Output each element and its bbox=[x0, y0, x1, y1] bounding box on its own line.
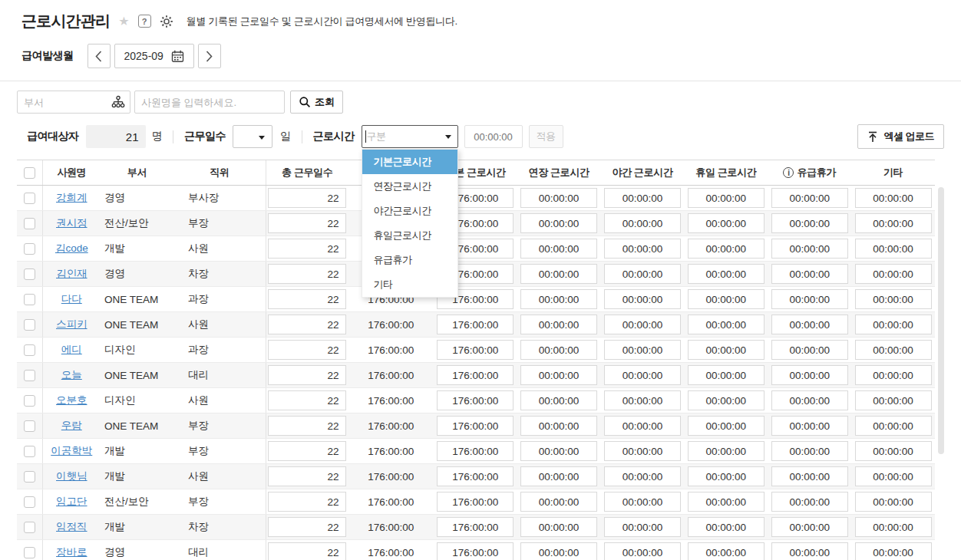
row-checkbox[interactable] bbox=[24, 193, 35, 204]
basic-worktime-input[interactable]: 176:00:00 bbox=[437, 390, 514, 410]
holiday-worktime-input[interactable]: 00:00:00 bbox=[688, 340, 765, 360]
workdays-select[interactable] bbox=[233, 125, 272, 148]
paid-leave-input[interactable]: 00:00:00 bbox=[771, 289, 848, 309]
org-chart-icon[interactable] bbox=[111, 95, 125, 111]
overtime-input[interactable]: 00:00:00 bbox=[520, 441, 597, 461]
basic-worktime-input[interactable]: 176:00:00 bbox=[437, 416, 514, 436]
dropdown-option[interactable]: 휴일근로시간 bbox=[362, 223, 457, 248]
paid-leave-input[interactable]: 00:00:00 bbox=[771, 441, 848, 461]
total-work-days-input[interactable]: 22 bbox=[268, 213, 346, 233]
employee-name-link[interactable]: 이햇님 bbox=[56, 470, 88, 482]
paid-leave-input[interactable]: 00:00:00 bbox=[771, 365, 848, 385]
basic-worktime-input[interactable]: 176:00:00 bbox=[437, 315, 514, 334]
night-worktime-input[interactable]: 00:00:00 bbox=[604, 365, 681, 385]
total-work-days-input[interactable]: 22 bbox=[268, 466, 346, 486]
overtime-input[interactable]: 00:00:00 bbox=[520, 239, 597, 259]
employee-name-link[interactable]: 권시정 bbox=[56, 217, 88, 229]
dropdown-option[interactable]: 연장근로시간 bbox=[362, 174, 457, 199]
holiday-worktime-input[interactable]: 00:00:00 bbox=[688, 188, 765, 208]
holiday-worktime-input[interactable]: 00:00:00 bbox=[688, 365, 765, 385]
employee-name-link[interactable]: 우람 bbox=[61, 420, 82, 431]
employee-name-link[interactable]: 다다 bbox=[61, 293, 82, 305]
night-worktime-input[interactable]: 00:00:00 bbox=[604, 390, 681, 410]
row-checkbox[interactable] bbox=[24, 294, 35, 305]
dropdown-option[interactable]: 유급휴가 bbox=[362, 248, 457, 272]
night-worktime-input[interactable]: 00:00:00 bbox=[604, 517, 681, 537]
basic-worktime-input[interactable]: 176:00:00 bbox=[437, 340, 514, 360]
favorite-star-icon[interactable]: ★ bbox=[118, 15, 129, 28]
night-worktime-input[interactable]: 00:00:00 bbox=[604, 315, 681, 334]
basic-worktime-input[interactable]: 176:00:00 bbox=[437, 542, 514, 560]
basic-worktime-input[interactable]: 176:00:00 bbox=[437, 466, 514, 486]
search-button[interactable]: 조회 bbox=[290, 91, 343, 114]
next-month-button[interactable] bbox=[198, 44, 221, 68]
row-checkbox[interactable] bbox=[24, 496, 35, 508]
etc-worktime-input[interactable]: 00:00:00 bbox=[855, 213, 932, 233]
holiday-worktime-input[interactable]: 00:00:00 bbox=[688, 264, 765, 284]
night-worktime-input[interactable]: 00:00:00 bbox=[604, 441, 681, 461]
vertical-scrollbar[interactable] bbox=[938, 187, 944, 454]
overtime-input[interactable]: 00:00:00 bbox=[520, 188, 597, 208]
total-work-days-input[interactable]: 22 bbox=[268, 340, 346, 360]
total-work-days-input[interactable]: 22 bbox=[268, 542, 346, 560]
dropdown-option[interactable]: 야간근로시간 bbox=[362, 199, 457, 223]
paid-leave-input[interactable]: 00:00:00 bbox=[771, 517, 848, 537]
overtime-input[interactable]: 00:00:00 bbox=[520, 340, 597, 360]
holiday-worktime-input[interactable]: 00:00:00 bbox=[688, 416, 765, 436]
etc-worktime-input[interactable]: 00:00:00 bbox=[855, 492, 932, 512]
total-work-days-input[interactable]: 22 bbox=[268, 315, 346, 334]
overtime-input[interactable]: 00:00:00 bbox=[520, 390, 597, 410]
row-checkbox[interactable] bbox=[24, 420, 35, 432]
night-worktime-input[interactable]: 00:00:00 bbox=[604, 416, 681, 436]
row-checkbox[interactable] bbox=[24, 471, 35, 483]
overtime-input[interactable]: 00:00:00 bbox=[520, 264, 597, 284]
dropdown-option[interactable]: 기본근로시간 bbox=[362, 150, 457, 174]
overtime-input[interactable]: 00:00:00 bbox=[520, 289, 597, 309]
holiday-worktime-input[interactable]: 00:00:00 bbox=[688, 239, 765, 259]
basic-worktime-input[interactable]: 176:00:00 bbox=[437, 492, 514, 512]
etc-worktime-input[interactable]: 00:00:00 bbox=[855, 239, 932, 259]
pay-month-field[interactable]: 2025-09 bbox=[114, 44, 194, 68]
total-work-days-input[interactable]: 22 bbox=[268, 390, 346, 410]
overtime-input[interactable]: 00:00:00 bbox=[520, 492, 597, 512]
prev-month-button[interactable] bbox=[88, 44, 111, 68]
night-worktime-input[interactable]: 00:00:00 bbox=[604, 340, 681, 360]
row-checkbox[interactable] bbox=[24, 370, 35, 381]
row-checkbox[interactable] bbox=[24, 218, 35, 229]
employee-name-input[interactable] bbox=[134, 91, 285, 114]
row-checkbox[interactable] bbox=[24, 395, 35, 407]
paid-leave-input[interactable]: 00:00:00 bbox=[771, 390, 848, 410]
holiday-worktime-input[interactable]: 00:00:00 bbox=[688, 289, 765, 309]
row-checkbox[interactable] bbox=[24, 319, 35, 331]
holiday-worktime-input[interactable]: 00:00:00 bbox=[688, 315, 765, 334]
holiday-worktime-input[interactable]: 00:00:00 bbox=[688, 517, 765, 537]
etc-worktime-input[interactable]: 00:00:00 bbox=[855, 264, 932, 284]
overtime-input[interactable]: 00:00:00 bbox=[520, 517, 597, 537]
overtime-input[interactable]: 00:00:00 bbox=[520, 213, 597, 233]
overtime-input[interactable]: 00:00:00 bbox=[520, 315, 597, 334]
basic-worktime-input[interactable]: 176:00:00 bbox=[437, 517, 514, 537]
holiday-worktime-input[interactable]: 00:00:00 bbox=[688, 466, 765, 486]
total-work-days-input[interactable]: 22 bbox=[268, 365, 346, 385]
etc-worktime-input[interactable]: 00:00:00 bbox=[855, 188, 932, 208]
total-work-days-input[interactable]: 22 bbox=[268, 492, 346, 512]
employee-name-link[interactable]: 김code bbox=[55, 242, 88, 254]
employee-name-link[interactable]: 이공학박 bbox=[51, 445, 92, 456]
paid-leave-input[interactable]: 00:00:00 bbox=[771, 340, 848, 360]
row-checkbox[interactable] bbox=[24, 446, 35, 457]
excel-upload-button[interactable]: 엑셀 업로드 bbox=[857, 124, 944, 149]
holiday-worktime-input[interactable]: 00:00:00 bbox=[688, 492, 765, 512]
night-worktime-input[interactable]: 00:00:00 bbox=[604, 264, 681, 284]
etc-worktime-input[interactable]: 00:00:00 bbox=[855, 441, 932, 461]
paid-leave-input[interactable]: 00:00:00 bbox=[771, 239, 848, 259]
total-work-days-input[interactable]: 22 bbox=[268, 416, 346, 436]
etc-worktime-input[interactable]: 00:00:00 bbox=[855, 390, 932, 410]
settings-gear-icon[interactable] bbox=[160, 15, 173, 28]
etc-worktime-input[interactable]: 00:00:00 bbox=[855, 315, 932, 334]
employee-name-link[interactable]: 스피키 bbox=[56, 318, 88, 330]
night-worktime-input[interactable]: 00:00:00 bbox=[604, 466, 681, 486]
total-work-days-input[interactable]: 22 bbox=[268, 239, 346, 259]
employee-name-link[interactable]: 장바로 bbox=[56, 546, 88, 558]
etc-worktime-input[interactable]: 00:00:00 bbox=[855, 289, 932, 309]
etc-worktime-input[interactable]: 00:00:00 bbox=[855, 466, 932, 486]
